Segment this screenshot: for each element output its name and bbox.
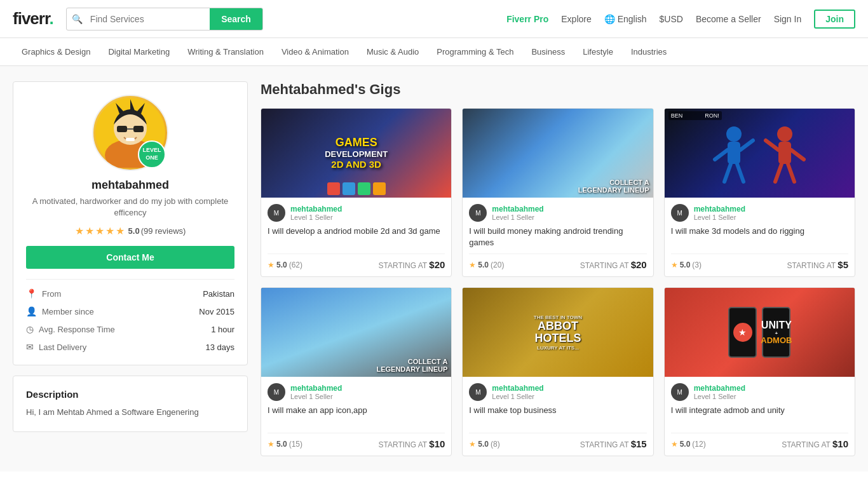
delivery-label-wrap: ✉ Last Delivery bbox=[26, 342, 86, 352]
svg-rect-7 bbox=[133, 126, 144, 132]
gig-star-icon-5: ★ bbox=[469, 440, 476, 449]
search-bar: 🔍 Search bbox=[66, 8, 263, 30]
gig-image-5: THE BEST IN TOWN ABBOT HOTELS LUXURY AT … bbox=[463, 288, 653, 377]
svg-rect-6 bbox=[117, 126, 127, 132]
gig-seller-row-5: M mehtabahmed Level 1 Seller bbox=[469, 383, 646, 401]
location-icon: 📍 bbox=[26, 288, 37, 299]
currency-selector[interactable]: $USD bbox=[660, 14, 683, 24]
gig-footer-1: ★ 5.0 (62) STARTING AT $20 bbox=[268, 254, 445, 270]
detail-member: 👤 Member since Nov 2015 bbox=[26, 306, 234, 316]
header: fiverr. 🔍 Search Fiverr Pro Explore 🌐 En… bbox=[0, 0, 868, 38]
seller-name-6: mehtabahmed bbox=[694, 384, 745, 393]
cat-business[interactable]: Business bbox=[522, 39, 574, 64]
seller-avatar-4: M bbox=[268, 383, 285, 401]
seller-level-3: Level 1 Seller bbox=[694, 214, 745, 221]
gig-price-5: STARTING AT $15 bbox=[580, 438, 647, 449]
gig-rating-value-2: 5.0 bbox=[478, 261, 489, 269]
detail-response: ◷ Avg. Response Time 1 hour bbox=[26, 324, 234, 334]
description-title: Description bbox=[26, 389, 234, 400]
fiverr-pro-link[interactable]: Fiverr Pro bbox=[506, 14, 548, 24]
seller-level-2: Level 1 Seller bbox=[492, 214, 543, 221]
svg-line-13 bbox=[740, 140, 753, 150]
gig-card-6[interactable]: ★ UNITY + ADMOB M bbox=[664, 287, 855, 456]
username: mehtabahmed bbox=[26, 179, 234, 192]
gig-card-1[interactable]: GAMES DEVELOPMENT 2D AND 3D bbox=[261, 108, 452, 277]
svg-line-20 bbox=[775, 164, 782, 182]
from-label: From bbox=[42, 289, 61, 299]
become-seller-link[interactable]: Become a Seller bbox=[696, 14, 761, 24]
rating-row: ★ ★ ★ ★ ★ 5.0 (99 reviews) bbox=[26, 225, 234, 237]
gig-star-icon-6: ★ bbox=[671, 440, 678, 449]
gig-image-6: ★ UNITY + ADMOB bbox=[665, 288, 855, 377]
gig-rating-5: ★ 5.0 (8) bbox=[469, 440, 499, 449]
cat-video[interactable]: Video & Animation bbox=[273, 39, 358, 64]
gig-seller-row-6: M mehtabahmed Level 1 Seller bbox=[671, 383, 848, 401]
from-value: Pakistan bbox=[203, 289, 234, 299]
gig-footer-2: ★ 5.0 (20) STARTING AT $20 bbox=[469, 254, 646, 270]
seller-name-5: mehtabahmed bbox=[492, 384, 543, 393]
rating-value: 5.0 bbox=[128, 226, 140, 236]
gig-footer-5: ★ 5.0 (8) STARTING AT $15 bbox=[469, 433, 646, 449]
svg-line-21 bbox=[788, 164, 794, 182]
explore-link[interactable]: Explore bbox=[561, 14, 591, 24]
gig-reviews-3: (3) bbox=[692, 261, 702, 269]
svg-point-16 bbox=[777, 126, 792, 142]
gig-card-2[interactable]: COLLECT A LEGENDARY LINEUP M mehtabahmed… bbox=[462, 108, 653, 277]
cat-graphics[interactable]: Graphics & Design bbox=[13, 39, 99, 64]
gig-rating-4: ★ 5.0 (15) bbox=[268, 440, 302, 449]
reviews-count: (99 reviews) bbox=[141, 226, 186, 236]
member-value: Nov 2015 bbox=[199, 307, 234, 316]
logo[interactable]: fiverr. bbox=[13, 9, 53, 29]
gig-title-3: I will make 3d models and do rigging bbox=[671, 226, 848, 248]
cat-digital-marketing[interactable]: Digital Marketing bbox=[99, 39, 179, 64]
svg-line-18 bbox=[766, 140, 778, 150]
gig-rating-2: ★ 5.0 (20) bbox=[469, 261, 504, 269]
seller-name-1: mehtabahmed bbox=[290, 205, 342, 214]
response-label-wrap: ◷ Avg. Response Time bbox=[26, 324, 115, 334]
category-nav: Graphics & Design Digital Marketing Writ… bbox=[0, 38, 868, 66]
seller-level-1: Level 1 Seller bbox=[290, 214, 342, 221]
gig-title-1: I will develop a andriod mobile 2d and 3… bbox=[268, 226, 445, 248]
gig-seller-row-4: M mehtabahmed Level 1 Seller bbox=[268, 383, 445, 401]
gig-info-3: M mehtabahmed Level 1 Seller I will make… bbox=[665, 198, 855, 276]
svg-rect-9 bbox=[126, 138, 135, 141]
tagline: A motivated, hardworker and do my job wi… bbox=[26, 196, 234, 219]
delivery-label: Last Delivery bbox=[39, 342, 86, 352]
contact-me-button[interactable]: Contact Me bbox=[26, 246, 234, 269]
join-button[interactable]: Join bbox=[814, 10, 855, 29]
gig-footer-4: ★ 5.0 (15) STARTING AT $10 bbox=[268, 433, 445, 449]
cat-lifestyle[interactable]: Lifestyle bbox=[574, 39, 622, 64]
gig-image-2: COLLECT A LEGENDARY LINEUP bbox=[463, 109, 653, 198]
seller-name-2: mehtabahmed bbox=[492, 205, 543, 214]
gig-rating-value-3: 5.0 bbox=[680, 261, 691, 269]
language-selector[interactable]: 🌐 English bbox=[604, 14, 647, 24]
member-label-wrap: 👤 Member since bbox=[26, 306, 94, 316]
gig-card-3[interactable]: BEN RON! M mehtabahmed Level 1 Seller I … bbox=[664, 108, 855, 277]
gig-star-icon-2: ★ bbox=[469, 261, 476, 269]
detail-delivery: ✉ Last Delivery 13 days bbox=[26, 342, 234, 352]
gig-info-6: M mehtabahmed Level 1 Seller I will inte… bbox=[665, 377, 855, 456]
cat-industries[interactable]: Industries bbox=[622, 39, 675, 64]
gig-seller-row-2: M mehtabahmed Level 1 Seller bbox=[469, 204, 646, 222]
clock-icon: ◷ bbox=[26, 324, 34, 334]
from-label-wrap: 📍 From bbox=[26, 288, 61, 299]
seller-level-5: Level 1 Seller bbox=[492, 393, 543, 400]
gig-footer-6: ★ 5.0 (12) STARTING AT $10 bbox=[671, 433, 848, 449]
response-value: 1 hour bbox=[211, 325, 234, 334]
response-label: Avg. Response Time bbox=[39, 325, 115, 334]
star-3: ★ bbox=[95, 225, 104, 237]
gig-card-4[interactable]: COLLECT A LEGENDARY LINEUP M mehtabahmed… bbox=[261, 287, 452, 456]
gig-image-3: BEN RON! bbox=[665, 109, 855, 198]
sign-in-link[interactable]: Sign In bbox=[774, 14, 802, 24]
seller-name-3: mehtabahmed bbox=[694, 205, 745, 214]
search-button[interactable]: Search bbox=[210, 8, 262, 30]
seller-level-6: Level 1 Seller bbox=[694, 393, 745, 400]
svg-rect-17 bbox=[778, 142, 791, 164]
cat-writing[interactable]: Writing & Translation bbox=[179, 39, 273, 64]
gig-card-5[interactable]: THE BEST IN TOWN ABBOT HOTELS LUXURY AT … bbox=[462, 287, 653, 456]
cat-music[interactable]: Music & Audio bbox=[358, 39, 428, 64]
search-input[interactable] bbox=[88, 9, 210, 29]
cat-programming[interactable]: Programming & Tech bbox=[428, 39, 522, 64]
seller-level-4: Level 1 Seller bbox=[290, 393, 342, 400]
delivery-value: 13 days bbox=[205, 342, 234, 352]
